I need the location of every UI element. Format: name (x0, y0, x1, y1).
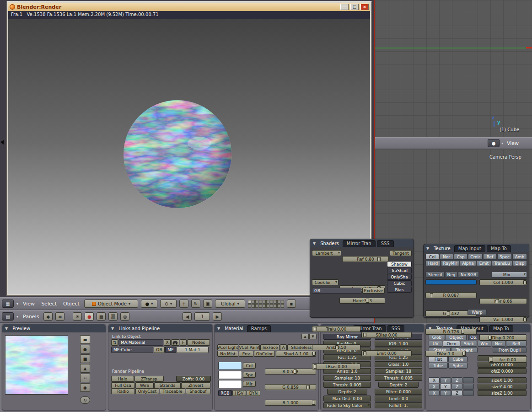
bias-toggle[interactable]: Bias (387, 287, 412, 293)
frame-prev-button[interactable]: ◀ (183, 312, 192, 321)
lamp-buttons-button[interactable]: ☀ (73, 312, 82, 321)
dvar-slider[interactable]: DVar 1.0 (425, 351, 466, 357)
spec-shader-dropdown[interactable]: CookTor (312, 279, 339, 285)
spe-mode-button[interactable]: Spe (243, 372, 256, 378)
view-menu[interactable]: View (505, 140, 521, 146)
vcol-light-toggle[interactable]: VCol Light (217, 344, 238, 350)
csp-toggle[interactable]: Csp (454, 254, 468, 260)
blend-mode-dropdown[interactable]: Mix (491, 272, 527, 278)
ob-toggle[interactable]: OB (154, 347, 165, 353)
lock-layers-button[interactable]: ▪ (287, 300, 296, 308)
samples-tra-field[interactable]: Samples: 18 (375, 368, 422, 374)
ofsz-field[interactable]: ofsZ 0.000 (478, 368, 527, 374)
menu-object[interactable]: Object (61, 301, 81, 307)
win-toggle[interactable]: Win (478, 341, 491, 347)
layer-cell[interactable] (255, 304, 258, 308)
thresh-mir-field[interactable]: Thresh: 0.005 (323, 382, 371, 388)
layer-cell[interactable] (270, 304, 273, 308)
cube-proj-toggle[interactable]: Cube (448, 356, 468, 362)
full-osa-toggle[interactable]: Full Osa (111, 382, 135, 388)
wire-toggle[interactable]: Wire (135, 382, 154, 388)
onlysha-toggle[interactable]: OnlySha (387, 274, 412, 280)
material-index-field[interactable]: 1 Mat 1 (177, 347, 209, 353)
tab-map-to[interactable]: Map To (487, 245, 511, 252)
vcol-paint-toggle[interactable]: VCol Paint (239, 344, 260, 350)
amb-toggle[interactable]: Amb (512, 254, 527, 260)
menu-select[interactable]: Select (39, 301, 59, 307)
layer-cell[interactable] (281, 304, 284, 308)
collapse-icon[interactable]: ▼ (426, 246, 429, 251)
rotate-manipulator-button[interactable]: ↻ (191, 300, 200, 308)
limit-slider[interactable]: Limit: 0.0 (375, 396, 422, 401)
axis-x3-toggle[interactable]: X (429, 390, 440, 396)
axis-z1-toggle[interactable]: Z (451, 377, 462, 383)
mirror-color-swatch[interactable] (218, 380, 242, 388)
layer-cell[interactable] (277, 300, 280, 304)
layer-cell[interactable] (266, 300, 269, 304)
layer-cell[interactable] (281, 300, 284, 304)
maximize-button[interactable]: □ (350, 4, 359, 10)
no-mist-toggle[interactable]: No Mist (217, 351, 238, 357)
nor-toggle[interactable]: Nor (492, 341, 505, 347)
raymir-toggle[interactable]: RayMir (441, 260, 459, 266)
layer-cell[interactable] (255, 300, 258, 304)
minimize-button[interactable]: — (340, 4, 349, 10)
dyn-toggle[interactable]: DYN (247, 390, 260, 396)
diffuse-color-swatch[interactable] (218, 362, 242, 370)
hsv-toggle[interactable]: HSV (232, 390, 246, 396)
uv-toggle[interactable]: UV (429, 341, 442, 347)
warp-toggle[interactable]: Warp (468, 309, 487, 315)
scale-manipulator-button[interactable]: ▣ (203, 300, 212, 308)
frame-number-field[interactable]: 1 (194, 312, 210, 321)
col-mode-button[interactable]: Col (243, 363, 256, 369)
amb-slider[interactable]: Amb 0.50 (312, 344, 360, 350)
layer-cell[interactable] (263, 300, 266, 304)
emit-slider[interactable]: Emit 0.00 (361, 350, 412, 356)
paste-material-button[interactable]: ▼ (309, 334, 317, 339)
ior-slider[interactable]: IOR: 1.00 (375, 341, 422, 347)
tab-map-input[interactable]: Map Input (454, 245, 485, 252)
flat-proj-toggle[interactable]: Flat (429, 356, 448, 362)
g-slider[interactable]: G 0.859 (265, 384, 316, 390)
editor-type-button[interactable]: ▤ (2, 312, 14, 321)
preview-sphere-button[interactable]: ● (80, 345, 90, 353)
filter-slider[interactable]: Filter: 0.000 (375, 389, 422, 395)
exclusive-toggle[interactable]: Exclusive (362, 288, 385, 294)
halo-toggle[interactable]: Halo (111, 376, 134, 382)
editor-type-button[interactable]: ▦ (2, 300, 14, 308)
pivot-dropdown[interactable]: ⊙ ▾ (160, 300, 177, 308)
col-amount-slider[interactable]: Col 1.000 (479, 279, 527, 285)
strands-button[interactable]: Strands (154, 382, 181, 388)
sizex-field[interactable]: sizeX 1.00 (478, 377, 527, 383)
shadow-toggle[interactable]: Shadow (387, 261, 412, 267)
radiosity-buttons-button[interactable]: ▒ (108, 312, 118, 321)
zinvert-toggle[interactable]: ZInvert (181, 382, 210, 388)
panel-title[interactable]: Shaders (320, 241, 339, 246)
tab-map-to[interactable]: Map To (489, 325, 513, 332)
texface-toggle[interactable]: TexFace (260, 344, 279, 350)
orco-toggle[interactable]: Orco (443, 341, 460, 347)
panel-title[interactable]: Texture (434, 246, 451, 251)
r-slider[interactable]: R 0.087 (425, 292, 477, 298)
preview-flat-button[interactable]: ▬ (80, 335, 90, 344)
axis-y3-toggle[interactable]: Y (440, 390, 451, 396)
radio-toggle[interactable]: Radio (111, 388, 135, 394)
axis-blank3-toggle[interactable] (463, 390, 474, 396)
hard-toggle[interactable]: Hard (425, 260, 441, 266)
shad-a-slider[interactable]: Shad A 1.00 (276, 351, 316, 357)
sizez-field[interactable]: sizeZ 1.00 (478, 390, 527, 396)
preview-sky-button[interactable]: ◉ (80, 383, 90, 392)
preview-refresh-button[interactable]: ↻ (80, 396, 90, 404)
tab-mirror-tran[interactable]: Mirror Tran (343, 240, 376, 247)
gloss-tra-slider[interactable]: Gloss: 1.0 (375, 361, 422, 367)
disp-toggle[interactable]: Disp (513, 260, 527, 266)
fac-slider[interactable]: fac 0.00 (489, 357, 527, 363)
diffuse-shader-dropdown[interactable]: Lambert (312, 250, 341, 256)
tab-sss[interactable]: SSS (377, 240, 394, 247)
sizey-field[interactable]: sizeY 4.00 (478, 384, 527, 390)
tangent-toggle[interactable]: Tangent (390, 250, 412, 256)
layer-cell[interactable] (270, 300, 273, 304)
depth-tra-field[interactable]: Depth: 2 (378, 382, 419, 388)
chevron-down-icon[interactable]: ▾ (501, 141, 503, 145)
preview-cube-button[interactable]: ■ (80, 354, 90, 363)
